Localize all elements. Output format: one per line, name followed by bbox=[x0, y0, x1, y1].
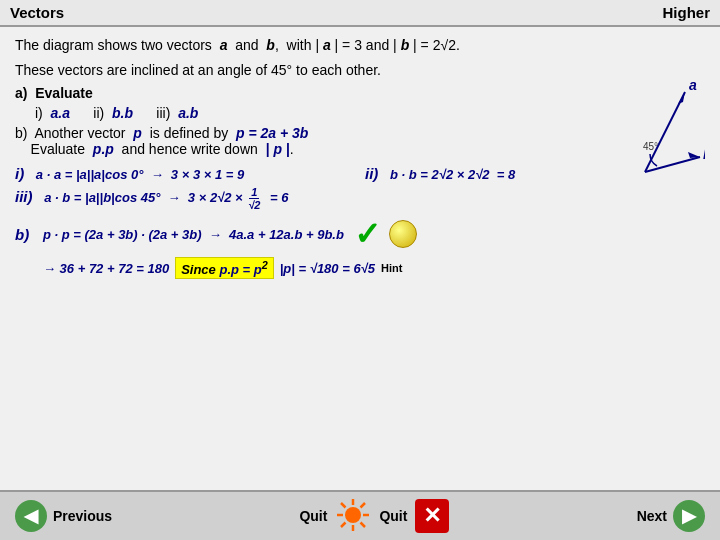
solution-i: i) a · a = |a||a|cos 0° → 3 × 3 × 1 = 9 bbox=[15, 165, 355, 182]
bottom-bar: ◀ Previous Quit Quit ✕ Next ▶ bbox=[0, 490, 720, 540]
sun-svg bbox=[335, 497, 371, 533]
svg-line-13 bbox=[361, 522, 366, 527]
fraction-iii: 1 √2 bbox=[246, 186, 262, 211]
label-iii: iii) bbox=[15, 188, 33, 205]
quit-section: Quit Quit ✕ bbox=[299, 497, 449, 536]
header-right: Higher bbox=[662, 4, 710, 21]
intro-line2: These vectors are inclined at an angle o… bbox=[15, 60, 705, 81]
svg-text:a: a bbox=[689, 82, 697, 93]
svg-line-2 bbox=[645, 157, 700, 172]
previous-label: Previous bbox=[53, 508, 112, 524]
svg-point-7 bbox=[345, 507, 361, 523]
check-mark: ✓ bbox=[354, 215, 381, 253]
solution-b-row1: b) p · p = (2a + 3b) · (2a + 3b) → 4a.a … bbox=[15, 215, 705, 253]
formula-ii: b · b = 2√2 × 2√2 = 8 bbox=[390, 167, 515, 182]
formula-b1: p · p = (2a + 3b) · (2a + 3b) → 4a.a + 1… bbox=[43, 227, 344, 242]
since-box: Since p.p = p2 bbox=[175, 257, 274, 279]
header-title: Vectors bbox=[10, 4, 64, 21]
svg-text:45°: 45° bbox=[643, 141, 658, 152]
formula-i: a · a = |a||a|cos 0° → 3 × 3 × 1 = 9 bbox=[36, 167, 244, 182]
diagram: a b 45° bbox=[585, 82, 705, 192]
diagram-svg: a b 45° bbox=[585, 82, 705, 192]
gold-ball bbox=[389, 220, 417, 248]
svg-marker-3 bbox=[688, 152, 700, 158]
formula-b3: |p| = √180 = 6√5 bbox=[280, 261, 375, 276]
svg-line-15 bbox=[341, 522, 346, 527]
solution-b-row2: → 36 + 72 + 72 = 180 Since p.p = p2 |p| … bbox=[43, 257, 705, 279]
intro-line1: The diagram shows two vectors a and b, w… bbox=[15, 35, 705, 56]
next-label: Next bbox=[637, 508, 667, 524]
label-i: i) bbox=[15, 165, 24, 182]
formula-b2: → 36 + 72 + 72 = 180 bbox=[43, 261, 169, 276]
header: Vectors Higher bbox=[0, 0, 720, 27]
label-b: b) bbox=[15, 226, 43, 243]
x-icon[interactable]: ✕ bbox=[415, 499, 449, 533]
next-button[interactable]: Next ▶ bbox=[637, 500, 705, 532]
previous-arrow-icon[interactable]: ◀ bbox=[15, 500, 47, 532]
next-arrow-icon[interactable]: ▶ bbox=[673, 500, 705, 532]
svg-text:b: b bbox=[703, 146, 705, 162]
main-content: The diagram shows two vectors a and b, w… bbox=[0, 27, 720, 291]
svg-line-14 bbox=[361, 503, 366, 508]
formula-iii-result: = 6 bbox=[266, 190, 288, 205]
formula-iii: a · b = |a||b|cos 45° → 3 × 2√2 × bbox=[44, 190, 246, 205]
sun-icon[interactable] bbox=[335, 497, 371, 536]
previous-button[interactable]: ◀ Previous bbox=[15, 500, 112, 532]
quit1-label[interactable]: Quit bbox=[299, 508, 327, 524]
quit2-label[interactable]: Quit bbox=[379, 508, 407, 524]
svg-line-12 bbox=[341, 503, 346, 508]
label-ii: ii) bbox=[365, 165, 378, 182]
hint-right: Hint bbox=[381, 262, 402, 274]
